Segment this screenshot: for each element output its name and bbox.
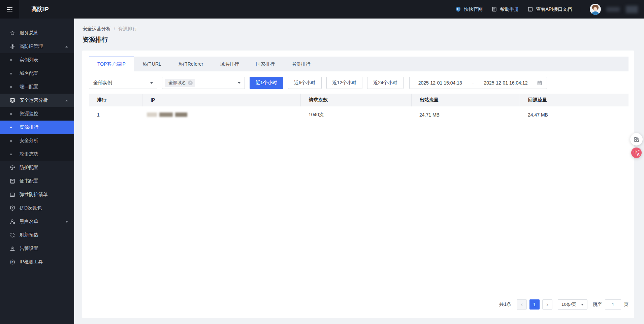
clear-tag-icon[interactable]: ✕ (188, 80, 193, 85)
next-page-button[interactable]: › (542, 299, 552, 310)
sidebar-item-label: 高防IP管理 (20, 43, 43, 50)
date-separator: - (472, 80, 474, 86)
cell-rank: 1 (89, 106, 142, 123)
sidebar-item-label: 刷新预热 (20, 232, 38, 238)
sidebar-item-label: 服务总览 (20, 30, 38, 36)
topbar-divider (581, 7, 581, 12)
domain-tag-label: 全部域名 (168, 80, 186, 86)
tab-4[interactable]: 国家排行 (247, 57, 283, 71)
cell-requests: 1040次 (300, 106, 411, 123)
sidebar-item-10[interactable]: 防护配置 (0, 161, 74, 174)
instance-select[interactable]: 全部实例 (89, 77, 157, 89)
cell-origin_traffic: 24.47 MB (520, 106, 629, 123)
home-icon (9, 30, 15, 36)
tab-2[interactable]: 热门Referer (170, 57, 212, 71)
domain-select[interactable]: 全部域名 ✕ (162, 77, 245, 89)
monitor-icon (9, 97, 15, 103)
page-size-value: 10条/页 (561, 301, 576, 307)
main-content: 安全运营分析 / 资源排行 资源排行 TOP客户端IP热门URL热门Refere… (74, 19, 644, 324)
sidebar-collapse-button[interactable] (0, 0, 19, 19)
translate-button[interactable]: 中 A (631, 148, 642, 158)
page-number-button[interactable]: 1 (529, 299, 540, 310)
jump-page-input[interactable] (605, 299, 621, 310)
topbar-link-label: 快快官网 (464, 6, 483, 12)
sidebar-item-label: 端口配置 (20, 84, 38, 90)
table-header: 排行IP请求次数出站流量回源流量 (89, 94, 629, 106)
column-header-4: 回源流量 (520, 94, 629, 106)
sidebar-item-0[interactable]: 服务总览 (0, 26, 74, 40)
sidebar-item-9[interactable]: 攻击态势 (0, 148, 74, 161)
chevron-down-icon (238, 82, 240, 84)
topbar-link-brand-logo[interactable]: 快快官网 (455, 6, 483, 12)
tab-0-active[interactable]: TOP客户端IP (89, 57, 134, 71)
chevron-down-icon (65, 221, 68, 223)
breadcrumb: 安全运营分析 / 资源排行 (83, 26, 137, 32)
sidebar-item-14[interactable]: 黑白名单 (0, 215, 74, 228)
breadcrumb-parent[interactable]: 安全运营分析 (83, 26, 111, 32)
username-redacted (606, 7, 620, 12)
calendar-icon (537, 80, 542, 86)
time-range-button-3[interactable]: 近24个小时 (367, 77, 404, 89)
sidebar-item-11[interactable]: 证书配置 (0, 174, 74, 188)
redacted-ip-block (175, 112, 187, 117)
time-range-button-0-active[interactable]: 近1个小时 (250, 77, 283, 89)
translate-icon: 中 A (633, 149, 641, 157)
api-doc-icon (527, 6, 533, 12)
sidebar-item-16[interactable]: 告警设置 (0, 242, 74, 255)
chevron-down-icon (150, 82, 153, 84)
collapse-menu-icon (6, 6, 13, 13)
tab-1[interactable]: 热门URL (134, 57, 170, 71)
svg-text:IP: IP (11, 261, 13, 263)
avatar[interactable] (590, 4, 601, 15)
topbar-link-label: 帮助手册 (500, 6, 519, 12)
sidebar-item-6[interactable]: 资源监控 (0, 107, 74, 121)
sidebar-item-15[interactable]: 刷新预热 (0, 228, 74, 242)
umbrella-icon (9, 165, 15, 171)
user-icon (9, 219, 15, 225)
chevron-up-icon (65, 100, 68, 101)
pagination: 共1条 ‹ 1 › 10条/页 跳至 页 (499, 299, 629, 310)
page-title: 资源排行 (83, 35, 108, 44)
chevron-down-icon (581, 304, 584, 305)
sidebar-item-12[interactable]: 弹性防护清单 (0, 188, 74, 201)
redacted-ip-block (147, 112, 157, 117)
date-start: 2025-12-01 15:04:13 (418, 80, 462, 86)
tab-3[interactable]: 域名排行 (212, 57, 247, 71)
tab-5[interactable]: 省份排行 (283, 57, 319, 71)
sidebar-item-13[interactable]: 抗D次数包 (0, 201, 74, 215)
date-end: 2025-12-01 16:04:12 (484, 80, 527, 86)
sidebar-item-4[interactable]: 端口配置 (0, 80, 74, 94)
cell-ip (142, 106, 300, 123)
sidebar-item-label: IP检测工具 (20, 259, 43, 265)
sidebar-item-17[interactable]: IPIP检测工具 (0, 255, 74, 269)
redacted-ip-block (159, 112, 173, 117)
column-header-1: IP (142, 94, 300, 106)
topbar-link-manual[interactable]: 帮助手册 (491, 6, 519, 12)
page-size-select[interactable]: 10条/页 (558, 299, 587, 310)
jump-suffix: 页 (624, 301, 629, 307)
sidebar-item-label: 实例列表 (20, 57, 38, 63)
widget-panel-button[interactable] (630, 133, 643, 145)
sidebar-item-5[interactable]: 安全运营分析 (0, 94, 74, 107)
sidebar-item-label: 域名配置 (20, 70, 38, 76)
sidebar-item-7-active[interactable]: 资源排行 (0, 121, 74, 134)
jump-label: 跳至 (593, 301, 602, 307)
sidebar-item-1[interactable]: 高防IP管理 (0, 40, 74, 53)
bullet-icon (10, 73, 12, 74)
sidebar-item-label: 资源监控 (20, 111, 38, 117)
prev-page-button[interactable]: ‹ (517, 299, 527, 310)
topbar: 高防IP 快快官网帮助手册查看API接口文档 (0, 0, 644, 19)
sidebar: 服务总览高防IP管理实例列表域名配置端口配置安全运营分析资源监控资源排行安全分析… (0, 19, 74, 324)
topbar-link-api-doc[interactable]: 查看API接口文档 (527, 6, 572, 12)
table-row: 11040次24.71 MB24.47 MB (89, 106, 629, 123)
sidebar-item-3[interactable]: 域名配置 (0, 67, 74, 80)
shield-icon (9, 205, 15, 211)
sidebar-item-8[interactable]: 安全分析 (0, 134, 74, 148)
bullet-icon (10, 59, 12, 61)
date-range-picker[interactable]: 2025-12-01 15:04:13 - 2025-12-01 16:04:1… (409, 77, 547, 89)
time-range-button-1[interactable]: 近6个小时 (288, 77, 322, 89)
sidebar-item-label: 弹性防护清单 (20, 192, 48, 198)
time-range-button-2[interactable]: 近12个小时 (326, 77, 363, 89)
sliders-icon (9, 43, 15, 50)
sidebar-item-2[interactable]: 实例列表 (0, 53, 74, 67)
